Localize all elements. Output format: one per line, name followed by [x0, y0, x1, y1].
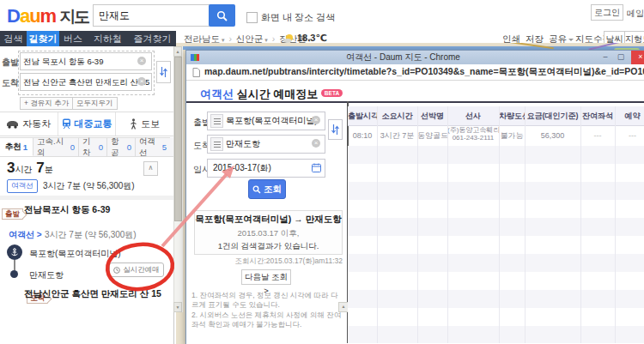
page-icon	[192, 68, 200, 77]
realtime-booking-button[interactable]: 실시간예매	[109, 263, 164, 277]
clear-all-button[interactable]: 모두지우기	[72, 97, 118, 110]
list-icon[interactable]	[210, 114, 223, 128]
clear-icon[interactable]: ×	[137, 57, 146, 65]
col-reserve: 예약	[615, 106, 644, 125]
nav-tabs: 검색 길찾기 버스 지하철 즐겨찾기	[0, 31, 176, 46]
next-day-button[interactable]: 다음날 조회 >	[241, 269, 291, 285]
login-button[interactable]: 로그인	[591, 4, 623, 21]
col-seats: 잔여좌석	[580, 106, 615, 125]
mode-car-label: 자동차	[22, 118, 51, 130]
mode-walk[interactable]: 도보	[116, 112, 173, 136]
walk-icon	[130, 118, 137, 130]
maximize-button[interactable]: ▢	[614, 51, 628, 64]
add-waypoint-button[interactable]: + 경유지 추가	[20, 97, 73, 110]
ferry-popup-window: 여객선 - Daum 지도 - Chrome – ▢ × map.daum.ne…	[185, 50, 644, 344]
query-button[interactable]: 조회	[248, 179, 286, 199]
mode-car[interactable]: 자동차	[0, 112, 58, 136]
search-icon	[216, 10, 228, 21]
window-titlebar[interactable]: 여객선 - Daum 지도 - Chrome – ▢ ×	[186, 51, 644, 64]
daum-map-logo[interactable]: Daum지도	[7, 5, 88, 28]
popup-swap-button[interactable]	[328, 119, 343, 140]
tab-count: 1	[23, 142, 27, 152]
column-separator	[525, 106, 526, 343]
tab-recommended[interactable]: 추천1	[0, 137, 33, 156]
cell-duration: 3시간 7분	[377, 125, 417, 146]
swap-route-button[interactable]	[156, 61, 171, 83]
logo-map-text: 지도	[59, 8, 88, 26]
tab-flight[interactable]: 항공0	[107, 137, 136, 156]
tab-bus[interactable]: 버스	[59, 31, 87, 46]
clear-icon[interactable]: ×	[312, 139, 320, 148]
company-phone: 061-243-2111	[447, 135, 499, 142]
train-icon	[62, 118, 71, 130]
duration-mins-unit: 분	[45, 165, 53, 174]
page-title-rest: 실시간 예매정보	[234, 88, 318, 100]
result-route-title: 목포항(목포여객터미널) → 만재도항	[195, 214, 341, 226]
column-separator	[580, 106, 581, 343]
scroll-up-arrow[interactable]: ▲	[173, 46, 182, 57]
origin-input[interactable]: 전남 목포시 항동 6-39	[20, 52, 152, 70]
scrollbar-thumb[interactable]	[174, 57, 182, 221]
dest-input[interactable]: 전남 신안군 흑산면 만재도리 산 15	[20, 73, 152, 91]
collapse-button[interactable]: ∧	[143, 161, 158, 176]
cell-fare: 56,300	[525, 125, 580, 146]
address-bar[interactable]: map.daum.net/pubtrans/intercity/timetabl…	[186, 64, 644, 81]
ferry-section-info: 3시간 7분 (약 56,300원)	[45, 229, 137, 241]
search-button[interactable]	[209, 4, 235, 27]
tab-train[interactable]: 기차0	[79, 137, 107, 156]
header-divider	[186, 101, 644, 103]
popup-dest-input[interactable]: 만재도항	[207, 135, 325, 154]
tab-subway[interactable]: 지하철	[87, 31, 129, 46]
tab-label: 항공	[111, 136, 125, 159]
result-date-line: 2015.03.17 이후,	[238, 228, 300, 239]
origin-label: 출발	[2, 57, 19, 69]
notes: 1. 잔여좌석의 경우, 정보 갱신 시각에 따라 다르게 표기될 수도 있습니…	[191, 291, 343, 330]
ferry-badge: 여객선	[7, 179, 38, 193]
scroll-down-arrow[interactable]: ▼	[173, 302, 182, 312]
clear-icon[interactable]: ×	[312, 116, 320, 124]
logo-letter-a: a	[20, 5, 29, 27]
column-separator	[417, 106, 418, 343]
col-depart-time: 출발시각	[348, 106, 377, 125]
swap-icon	[160, 66, 167, 78]
timetable-header: 출발시각 소요시간 선박명 선사 차량도선 요금(대인기준) 잔여좌석 예약	[348, 106, 644, 126]
search-icon	[252, 185, 261, 194]
place-in-view-checkbox[interactable]	[246, 12, 258, 23]
cell-ship: 동양골드	[417, 125, 447, 146]
logo-letter-m: m	[40, 5, 57, 27]
popup-origin-input[interactable]: 목포항(목포여객터미널)	[207, 112, 325, 130]
column-separator	[447, 106, 448, 343]
mode-transit[interactable]: 대중교통	[58, 112, 117, 136]
port-to-name[interactable]: 만재도항	[29, 269, 64, 281]
tab-ferry[interactable]: 여객선5	[136, 137, 170, 156]
result-tabs: 추천1 고속.시외0 기차0 항공0 여객선5	[0, 137, 173, 157]
tab-favorites[interactable]: 즐겨찾기	[129, 31, 176, 46]
tab-label: 추천	[5, 142, 21, 153]
tab-search[interactable]: 검색	[0, 31, 27, 46]
mail-link[interactable]: 메일	[627, 8, 644, 20]
tab-express-bus[interactable]: 고속.시외0	[33, 137, 79, 156]
search-input[interactable]: 만재도	[93, 4, 220, 27]
list-icon[interactable]	[210, 137, 223, 151]
calendar-icon[interactable]	[312, 163, 321, 172]
close-button[interactable]: ×	[631, 51, 644, 64]
minimize-button[interactable]: –	[598, 51, 612, 64]
realtime-booking-label: 실시간예매	[123, 265, 160, 275]
chevron-down-icon: ▾	[263, 37, 267, 43]
clear-icon[interactable]: ×	[137, 77, 146, 86]
column-separator	[499, 106, 500, 343]
url-text: map.daum.net/pubtrans/intercity/timetabl…	[204, 66, 644, 78]
top-header: Daum지도 만재도 화면 내 장소 검색 로그인 메일 카페	[0, 0, 644, 31]
cell-vehicle: 불가능	[499, 125, 525, 146]
port-from-name[interactable]: 목포항(목포여객터미널)	[29, 248, 121, 260]
cell-reserve: ---	[615, 125, 644, 146]
tab-label: 고속.시외	[37, 136, 69, 159]
result-count-line: 1건의 검색결과가 있습니다.	[218, 241, 319, 252]
tab-directions[interactable]: 길찾기	[27, 31, 59, 46]
ferry-section-label[interactable]: 여객선 >	[9, 229, 42, 241]
popup-date-value: 2015-03-17(화)	[213, 162, 271, 174]
cell-company: (주)동양고속훼리 061-243-2111	[447, 125, 499, 146]
depart-tag: 출발	[2, 208, 23, 220]
timetable-row[interactable]: 08:10 3시간 7분 동양골드 (주)동양고속훼리 061-243-2111…	[348, 125, 644, 147]
popup-date-input[interactable]: 2015-03-17(화)	[207, 159, 325, 178]
